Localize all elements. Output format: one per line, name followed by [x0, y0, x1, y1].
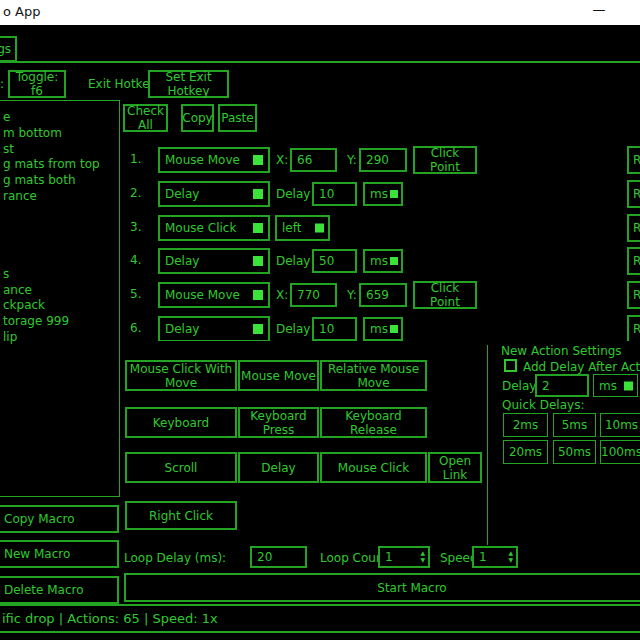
dropdown-arrow-icon[interactable]	[253, 256, 263, 266]
quick-delay-50ms-button[interactable]: 50ms	[553, 440, 596, 464]
dropdown-arrow-icon[interactable]	[624, 381, 633, 390]
loop-count-value: 1	[385, 550, 393, 564]
quick-delay-10ms-button[interactable]: 10ms	[600, 413, 640, 437]
spinner-up-icon[interactable]: ▲	[508, 549, 513, 556]
add-delay-button[interactable]: Delay	[238, 452, 319, 483]
action-type-dropdown[interactable]: Delay	[158, 181, 270, 207]
remove-action-button[interactable]: R	[627, 180, 640, 208]
check-all-button[interactable]: Check All	[123, 104, 168, 132]
action-type-dropdown[interactable]: Delay	[158, 316, 270, 341]
row-number: 1.	[130, 146, 152, 172]
add-keyboard-press-button[interactable]: Keyboard Press	[238, 407, 319, 438]
dropdown-arrow-icon[interactable]	[390, 257, 398, 265]
tab-settings[interactable]: gs	[0, 36, 17, 62]
add-delay-checkbox[interactable]	[504, 359, 517, 372]
list-item[interactable]: ckpack	[1, 297, 119, 313]
list-item[interactable]: ance	[1, 282, 119, 298]
macro-list[interactable]: e m bottom st g mats from top g mats bot…	[0, 100, 120, 497]
y-input[interactable]	[359, 283, 407, 307]
button-label: Relative Mouse Move	[322, 362, 425, 390]
quick-delay-20ms-button[interactable]: 20ms	[503, 440, 548, 464]
new-delay-unit-dropdown[interactable]: ms	[593, 374, 638, 397]
quick-delay-2ms-button[interactable]: 2ms	[503, 413, 548, 437]
delay-input[interactable]	[312, 182, 357, 206]
remove-action-button[interactable]: R	[627, 281, 640, 309]
action-list[interactable]: 1. Mouse Move X: Y: Click Point R 2. Del…	[120, 140, 640, 341]
list-item[interactable]: m bottom	[1, 125, 119, 141]
list-item[interactable]	[1, 219, 119, 235]
click-point-button[interactable]: Click Point	[413, 146, 477, 174]
list-item[interactable]: s	[1, 266, 119, 282]
action-type-dropdown[interactable]: Mouse Move	[158, 282, 270, 308]
hotkey-label-fragment: :	[0, 77, 4, 91]
action-type-dropdown[interactable]: Mouse Move	[158, 147, 270, 173]
add-mouse-move-button[interactable]: Mouse Move	[238, 360, 319, 391]
delay-unit-dropdown[interactable]: ms	[363, 182, 403, 206]
list-item[interactable]	[1, 235, 119, 251]
add-mouse-click-with-move-button[interactable]: Mouse Click With Move	[125, 360, 237, 391]
new-macro-button[interactable]: New Macro	[0, 540, 119, 568]
add-relative-mouse-move-button[interactable]: Relative Mouse Move	[320, 360, 427, 391]
remove-action-button[interactable]: R	[627, 214, 640, 242]
add-open-link-button[interactable]: Open Link	[428, 452, 482, 483]
dropdown-arrow-icon[interactable]	[315, 224, 324, 233]
dropdown-arrow-icon[interactable]	[253, 155, 263, 165]
remove-action-button[interactable]: R	[627, 315, 640, 341]
list-item[interactable]: st	[1, 141, 119, 157]
y-input[interactable]	[359, 148, 407, 172]
dropdown-arrow-icon[interactable]	[253, 189, 263, 199]
button-label: 2ms	[513, 418, 539, 432]
new-delay-input[interactable]	[535, 374, 589, 397]
add-right-click-button[interactable]: Right Click	[125, 501, 237, 530]
add-keyboard-release-button[interactable]: Keyboard Release	[320, 407, 427, 438]
set-exit-hotkey-button[interactable]: Set Exit Hotkey	[148, 70, 229, 98]
new-macro-label: New Macro	[4, 547, 70, 561]
dropdown-arrow-icon[interactable]	[253, 223, 263, 233]
list-item[interactable]: e	[1, 109, 119, 125]
quick-delay-100ms-button[interactable]: 100ms	[600, 440, 640, 464]
action-type-dropdown[interactable]: Mouse Click	[158, 215, 270, 241]
delay-unit-value: ms	[370, 322, 388, 336]
paste-button[interactable]: Paste	[218, 104, 257, 132]
spinner-up-icon[interactable]: ▲	[420, 549, 425, 556]
delete-macro-button[interactable]: Delete Macro	[0, 576, 119, 604]
dropdown-arrow-icon[interactable]	[253, 324, 263, 334]
list-item[interactable]: rance	[1, 188, 119, 204]
list-item[interactable]	[1, 250, 119, 266]
remove-label: R	[633, 187, 640, 201]
button-label: Mouse Click With Move	[127, 362, 235, 390]
action-type-dropdown[interactable]: Delay	[158, 248, 270, 274]
list-item[interactable]: lip	[1, 329, 119, 345]
speed-stepper[interactable]: 1 ▲ ▼	[472, 546, 518, 568]
add-scroll-button[interactable]: Scroll	[125, 452, 237, 483]
dropdown-arrow-icon[interactable]	[390, 325, 398, 333]
remove-action-button[interactable]: R	[627, 247, 640, 275]
dropdown-arrow-icon[interactable]	[390, 190, 398, 198]
list-item[interactable]: g mats both	[1, 172, 119, 188]
copy-button[interactable]: Copy	[181, 104, 214, 132]
mouse-button-dropdown[interactable]: left	[275, 215, 330, 241]
minimize-icon[interactable]: —	[586, 2, 612, 23]
toggle-hotkey-button[interactable]: Toggle: f6	[8, 70, 66, 98]
dropdown-arrow-icon[interactable]	[253, 290, 263, 300]
spinner-down-icon[interactable]: ▼	[420, 556, 425, 563]
loop-delay-input[interactable]	[250, 546, 307, 568]
delay-unit-dropdown[interactable]: ms	[363, 317, 403, 341]
remove-action-button[interactable]: R	[627, 146, 640, 174]
copy-macro-button[interactable]: Copy Macro	[0, 505, 119, 533]
delay-input[interactable]	[312, 317, 357, 341]
list-item[interactable]: torage 999	[1, 313, 119, 329]
x-input[interactable]	[290, 148, 337, 172]
x-input[interactable]	[290, 283, 337, 307]
loop-count-stepper[interactable]: 1 ▲ ▼	[378, 546, 430, 568]
click-point-button[interactable]: Click Point	[413, 281, 477, 309]
delay-unit-dropdown[interactable]: ms	[363, 249, 403, 273]
add-keyboard-button[interactable]: Keyboard	[125, 407, 237, 438]
start-macro-button[interactable]: Start Macro	[124, 573, 640, 602]
spinner-down-icon[interactable]: ▼	[508, 556, 513, 563]
add-mouse-click-button[interactable]: Mouse Click	[320, 452, 427, 483]
list-item[interactable]	[1, 203, 119, 219]
delay-input[interactable]	[312, 249, 357, 273]
list-item[interactable]: g mats from top	[1, 156, 119, 172]
quick-delay-5ms-button[interactable]: 5ms	[553, 413, 596, 437]
